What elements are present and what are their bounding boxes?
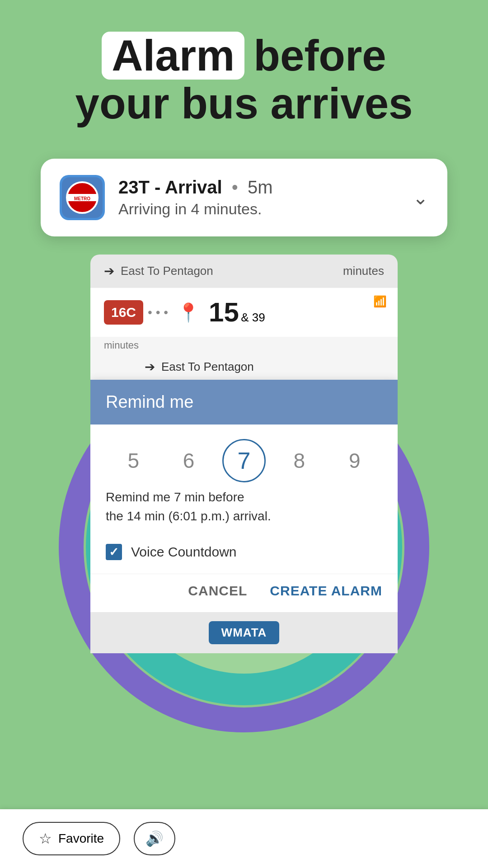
number-picker[interactable]: 5 6 7 8 9 [106,438,382,483]
bus-row-16c[interactable]: 16C • • • 📍 15 & 39 📶 [90,288,398,337]
voice-countdown-checkbox[interactable] [106,544,122,560]
picker-number-9[interactable]: 9 [334,448,375,473]
route-name: 23T - Arrival [118,177,222,197]
bus-time-primary: 15 [209,297,239,327]
cancel-button[interactable]: CANCEL [188,583,247,599]
chevron-down-icon[interactable]: ⌄ [413,187,428,209]
location-pin-icon: 📍 [177,302,200,323]
phone-area: ➔ East To Pentagon minutes 16C • • • 📍 1… [90,255,398,653]
notification-subtitle: Arriving in 4 minutes. [118,200,404,218]
picker-number-6[interactable]: 6 [169,448,209,473]
direction-label-16c: East To Pentagon [161,360,254,374]
favorite-button[interactable]: ☆ Favorite [23,822,120,855]
wmata-section: WMATA [90,612,398,653]
notification-text: 23T - Arrival • 5m Arriving in 4 minutes… [118,177,404,218]
bus-dots: • • • [148,305,168,320]
remind-modal-body: 5 6 7 8 9 Remind me 7 min before the 14 … [90,425,398,574]
alarm-word: Alarm [112,31,235,80]
direction-label-top: East To Pentagon [121,264,213,278]
wmata-badge: WMATA [209,621,280,644]
notification-card[interactable]: METRO 23T - Arrival • 5m Arriving in 4 m… [41,159,447,236]
remind-desc-line2: the 14 min (6:01 p.m.) arrival. [106,509,271,523]
bus-list-header-row: ➔ East To Pentagon minutes [90,255,398,288]
bottom-bar: ☆ Favorite 🔊 [0,809,488,868]
sound-icon: 🔊 [145,830,164,847]
remind-desc-line1: Remind me 7 min before [106,490,244,504]
picker-number-5[interactable]: 5 [113,448,154,473]
modal-buttons: CANCEL CREATE ALARM [90,574,398,612]
direction-arrow-icon: ➔ [145,359,155,374]
bus-times-unit: minutes [90,337,398,354]
bus-direction-row: ➔ East To Pentagon [90,354,398,380]
remind-description: Remind me 7 min before the 14 min (6:01 … [106,483,382,537]
voice-countdown-label: Voice Countdown [131,544,237,560]
svg-text:METRO: METRO [74,196,90,201]
signal-icon: 📶 [373,295,387,308]
header-line2: your bus arrives [27,80,461,127]
picker-number-8[interactable]: 8 [279,448,319,473]
alarm-word-highlight: Alarm [102,32,244,80]
main-content: Alarm before your bus arrives METRO 23T … [0,0,488,653]
notification-title: 23T - Arrival • 5m [118,177,404,198]
bus-time-and: & 39 [241,311,265,324]
minutes-header-label: minutes [343,264,384,278]
picker-number-7-selected[interactable]: 7 [224,447,264,474]
header-line1: Alarm before [27,32,461,80]
bus-badge-16c: 16C [104,300,143,325]
voice-countdown-row[interactable]: Voice Countdown [106,537,382,574]
before-word: before [253,32,386,80]
favorite-label: Favorite [58,831,104,846]
arrow-icon: ➔ [104,264,114,278]
separator-dot: • [232,177,243,197]
metro-icon: METRO [60,175,105,220]
remind-modal: Remind me 5 6 7 8 9 Remind me 7 min befo… [90,380,398,612]
remind-modal-header: Remind me [90,380,398,425]
bus-times-display: 15 & 39 [209,299,265,326]
create-alarm-button[interactable]: CREATE ALARM [270,583,382,599]
sound-button[interactable]: 🔊 [134,822,175,855]
remind-modal-title: Remind me [106,392,382,412]
star-icon: ☆ [39,830,52,847]
bus-list-card: ➔ East To Pentagon minutes 16C • • • 📍 1… [90,255,398,653]
notification-time: 5m [248,177,273,197]
header-section: Alarm before your bus arrives [0,0,488,127]
